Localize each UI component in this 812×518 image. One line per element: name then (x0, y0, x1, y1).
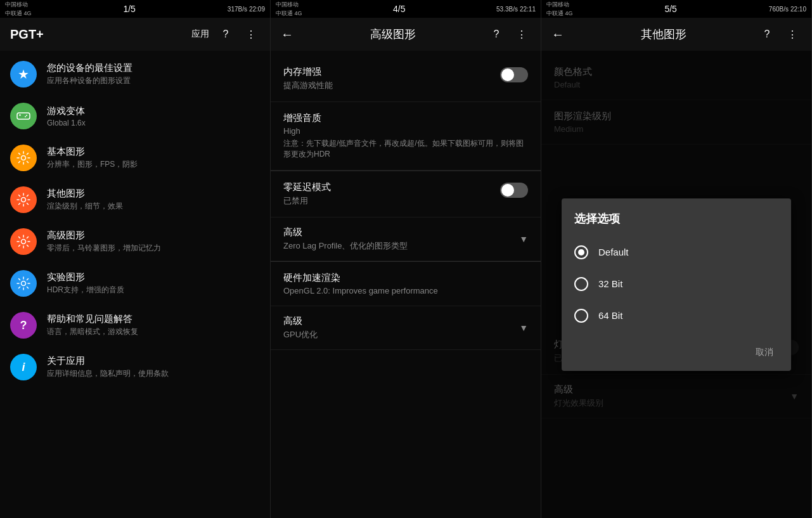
menu-item-basic-graphics[interactable]: 基本图形分辨率，图形，FPS，阴影 (0, 137, 270, 179)
help-button-3[interactable]: ? (758, 25, 776, 43)
app-title: PGT+ (10, 27, 184, 42)
toggle-memory-boost[interactable] (500, 67, 528, 82)
svg-point-6 (22, 198, 26, 202)
setting-zerolag-text: 零延迟模式 已禁用 (283, 181, 500, 207)
setting-memory-title: 内存增强 (283, 66, 500, 78)
radio-default-fill (578, 249, 584, 256)
menu-subtitle-other-graphics: 渲染级别，细节，效果 (47, 201, 123, 212)
menu-icon-game-variant (10, 103, 37, 129)
menu-icon-about: i (10, 354, 37, 380)
toggle-zero-lag[interactable] (500, 183, 528, 198)
app-header-2: ← 高级图形 ? ⋮ (271, 18, 541, 51)
svg-rect-0 (17, 113, 30, 119)
menu-text-experimental: 实验图形HDR支持，增强的音质 (47, 271, 124, 295)
panel-3: 中国移动 中联通 4G 5/5 760B/s 22:10 ← 其他图形 ? ⋮ … (541, 0, 812, 518)
setting-enhance-audio[interactable]: 增强音质 High 注意：先下载超/低声音文件，再改成超/低。如果下载图标可用，… (271, 102, 541, 171)
menu-icon-basic-graphics (10, 145, 37, 171)
status-right-2: 53.3B/s 22:11 (496, 6, 536, 13)
header-title-3: 其他图形 (577, 27, 751, 42)
setting-audio-value: High (283, 126, 528, 136)
dialog-option-32bit[interactable]: 32 Bit (562, 268, 791, 300)
select-option-dialog: 选择选项 Default 32 Bit 64 Bit 取消 (562, 198, 791, 371)
radio-64bit[interactable] (574, 309, 588, 323)
chevron-down-icon-1: ▼ (519, 234, 528, 244)
svg-point-8 (22, 282, 26, 286)
menu-subtitle-best-settings: 应用各种设备的图形设置 (47, 75, 132, 86)
carrier2-label-3: 中联通 4G (546, 10, 573, 18)
dialog-option-default[interactable]: Default (562, 236, 791, 268)
setting-hw-accel[interactable]: 硬件加速渲染 OpenGL 2.0: Improves game perform… (271, 262, 541, 306)
help-button-2[interactable]: ? (487, 25, 505, 43)
speed-label-3: 760B/s (769, 6, 789, 13)
svg-point-5 (22, 156, 26, 160)
setting-hwaccel-title: 硬件加速渲染 (283, 272, 528, 284)
menu-item-game-variant[interactable]: 游戏变体Global 1.6x (0, 95, 270, 137)
setting-memory-value: 提高游戏性能 (283, 80, 500, 91)
setting-memory-text: 内存增强 提高游戏性能 (283, 66, 500, 91)
dialog-title: 选择选项 (562, 211, 791, 236)
setting-memory-boost[interactable]: 内存增强 提高游戏性能 (271, 56, 541, 102)
more-button-3[interactable]: ⋮ (783, 25, 801, 43)
menu-list: ★您的设备的最佳设置应用各种设备的图形设置游戏变体Global 1.6x基本图形… (0, 51, 270, 518)
back-button-2[interactable]: ← (281, 27, 293, 42)
status-bar-1: 中国移动 中联通 4G 1/5 317B/s 22:09 (0, 0, 270, 18)
menu-title-experimental: 实验图形 (47, 271, 124, 283)
menu-item-help[interactable]: ?帮助和常见问题解答语言，黑暗模式，游戏恢复 (0, 304, 270, 346)
back-button-3[interactable]: ← (551, 27, 564, 42)
menu-title-advanced-graphics: 高级图形 (47, 230, 161, 242)
menu-title-help: 帮助和常见问题解答 (47, 313, 138, 325)
menu-text-about: 关于应用应用详细信息，隐私声明，使用条款 (47, 355, 169, 379)
status-right-3: 760B/s 22:10 (769, 6, 806, 13)
panel-1: 中国移动 中联通 4G 1/5 317B/s 22:09 PGT+ 应用 ? ⋮… (0, 0, 271, 518)
option-32bit-label: 32 Bit (598, 278, 622, 289)
expand-advanced1-value: Zero Lag Profile、优化的图形类型 (283, 240, 519, 252)
menu-icon-help: ? (10, 312, 37, 339)
svg-point-3 (26, 115, 27, 116)
menu-icon-advanced-graphics (10, 228, 37, 255)
menu-subtitle-about: 应用详细信息，隐私声明，使用条款 (47, 368, 169, 379)
menu-label[interactable]: 应用 (191, 29, 209, 40)
menu-item-about[interactable]: i关于应用应用详细信息，隐私声明，使用条款 (0, 346, 270, 388)
expand-row-advanced1[interactable]: 高级 Zero Lag Profile、优化的图形类型 ▼ (271, 217, 541, 261)
carrier-info-2: 中国移动 中联通 4G (276, 1, 302, 18)
setting-zerolag-value: 已禁用 (283, 195, 500, 207)
setting-zero-lag[interactable]: 零延迟模式 已禁用 (271, 171, 541, 217)
menu-item-advanced-graphics[interactable]: 高级图形零滞后，马铃薯图形，增加记忆力 (0, 221, 270, 262)
menu-item-best-settings[interactable]: ★您的设备的最佳设置应用各种设备的图形设置 (0, 53, 270, 95)
expand-advanced2-title: 高级 (283, 315, 519, 327)
menu-item-other-graphics[interactable]: 其他图形渲染级别，细节，效果 (0, 179, 270, 221)
setting-hwaccel-value: OpenGL 2.0: Improves game performance (283, 286, 528, 295)
menu-title-about: 关于应用 (47, 355, 169, 367)
help-button-1[interactable]: ? (217, 25, 235, 43)
dialog-cancel-button[interactable]: 取消 (748, 342, 781, 363)
carrier1-label-3: 中国移动 (546, 1, 573, 9)
menu-title-basic-graphics: 基本图形 (47, 146, 138, 158)
menu-title-game-variant: 游戏变体 (47, 105, 86, 117)
chevron-down-icon-2: ▼ (519, 323, 528, 333)
menu-text-help: 帮助和常见问题解答语言，黑暗模式，游戏恢复 (47, 313, 138, 337)
menu-item-experimental[interactable]: 实验图形HDR支持，增强的音质 (0, 262, 270, 304)
setting-hwaccel-text: 硬件加速渲染 OpenGL 2.0: Improves game perform… (283, 272, 528, 295)
carrier1-label-2: 中国移动 (276, 1, 302, 9)
menu-subtitle-basic-graphics: 分辨率，图形，FPS，阴影 (47, 159, 138, 170)
option-64bit-label: 64 Bit (598, 310, 622, 321)
expand-advanced1-title: 高级 (283, 226, 519, 238)
carrier2-label-2: 中联通 4G (276, 10, 302, 18)
carrier2-label: 中联通 4G (5, 10, 32, 18)
expand-advanced1-text: 高级 Zero Lag Profile、优化的图形类型 (283, 226, 519, 252)
expand-row-advanced2[interactable]: 高级 GPU优化 ▼ (271, 306, 541, 350)
status-right-1: 317B/s 22:09 (228, 6, 265, 13)
more-button-1[interactable]: ⋮ (242, 25, 260, 43)
radio-default[interactable] (574, 245, 588, 259)
menu-icon-best-settings: ★ (10, 61, 37, 87)
dialog-overlay: 选择选项 Default 32 Bit 64 Bit 取消 (541, 51, 811, 518)
radio-32bit[interactable] (574, 277, 588, 291)
more-button-2[interactable]: ⋮ (513, 25, 531, 43)
time-label-2: 22:11 (520, 6, 536, 13)
time-label-3: 22:10 (790, 6, 806, 13)
carrier1-label: 中国移动 (5, 1, 32, 9)
menu-icon-other-graphics (10, 186, 37, 213)
svg-point-7 (22, 240, 26, 244)
setting-audio-title: 增强音质 (283, 112, 528, 124)
dialog-option-64bit[interactable]: 64 Bit (562, 300, 791, 332)
